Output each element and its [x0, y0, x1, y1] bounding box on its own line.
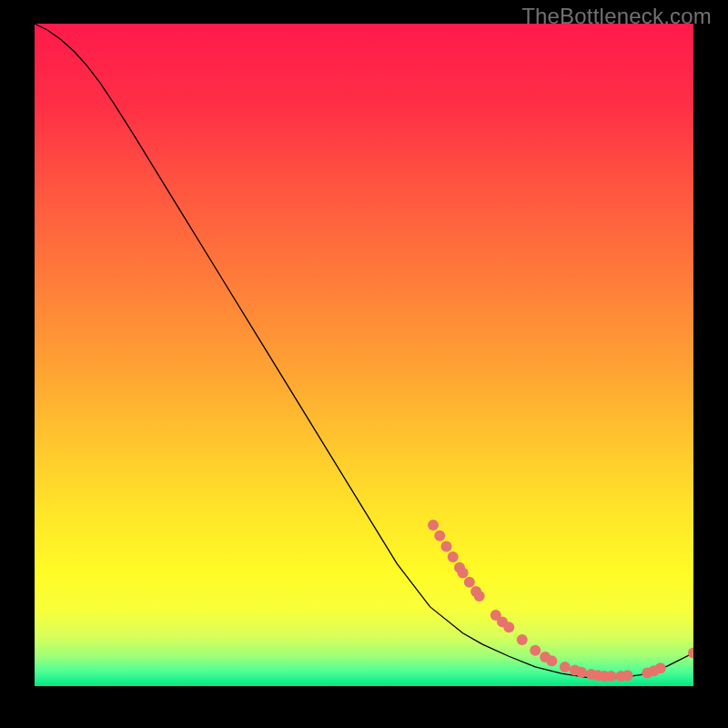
- datapoint-marker: [448, 551, 459, 562]
- chart-frame: TheBottleneck.com: [0, 0, 728, 728]
- datapoint-marker: [606, 671, 617, 682]
- datapoint-marker: [434, 531, 445, 541]
- datapoint-marker: [503, 622, 514, 632]
- datapoint-marker: [655, 662, 666, 673]
- datapoint-marker: [560, 662, 571, 672]
- datapoint-marker: [474, 591, 485, 602]
- datapoint-marker: [530, 645, 541, 656]
- datapoint-marker: [622, 670, 633, 681]
- datapoint-marker: [441, 541, 452, 551]
- datapoint-marker: [517, 634, 528, 645]
- datapoint-marker: [428, 520, 439, 531]
- datapoint-marker: [464, 577, 475, 588]
- gradient-background: [35, 24, 693, 686]
- datapoint-marker: [458, 568, 469, 579]
- datapoint-marker: [546, 655, 557, 666]
- datapoint-marker: [576, 667, 587, 678]
- bottleneck-chart: [35, 24, 693, 686]
